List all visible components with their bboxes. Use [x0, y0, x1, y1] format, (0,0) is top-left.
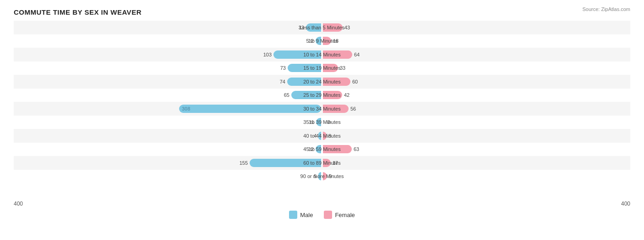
left-section: 12 [14, 143, 322, 156]
table-row: 440 to 44 Minutes8 [14, 129, 630, 143]
table-row: 15560 to 89 Minutes17 [14, 156, 630, 170]
right-section: 33 [322, 61, 630, 75]
axis-labels: 400 400 [14, 201, 630, 207]
male-bar [316, 118, 321, 126]
right-section: 9 [322, 170, 630, 184]
male-bar [288, 64, 321, 72]
male-value-inside: 308 [182, 106, 190, 112]
female-bar [323, 91, 342, 99]
female-bar [323, 37, 331, 45]
left-section: 308 [14, 102, 322, 116]
right-section: 43 [322, 21, 630, 34]
male-label: Male [300, 212, 313, 218]
female-value: 64 [354, 52, 367, 57]
male-bar [287, 78, 321, 86]
female-value: 56 [350, 106, 363, 112]
female-bar [323, 145, 352, 153]
table-row: 10310 to 14 Minutes64 [14, 48, 630, 61]
female-bar [323, 132, 327, 140]
female-bar [323, 78, 350, 86]
legend-female: Female [324, 211, 355, 219]
male-bar [316, 37, 321, 45]
male-value: 11 [301, 119, 314, 125]
right-section: 18 [322, 34, 630, 48]
female-value: 8 [328, 133, 341, 139]
male-bar [318, 132, 321, 140]
male-swatch [289, 211, 297, 219]
right-section: 56 [322, 102, 630, 116]
left-section: 33 [14, 21, 322, 34]
female-bar [323, 23, 343, 32]
right-section: 64 [322, 48, 630, 61]
male-bar [318, 172, 321, 180]
male-value: 5 [304, 173, 317, 179]
right-section: 42 [322, 89, 630, 102]
left-section: 73 [14, 61, 322, 75]
left-section: 12 [14, 34, 322, 48]
female-value: 0 [327, 119, 340, 125]
male-bar [273, 50, 321, 59]
table-row: 1245 to 59 Minutes63 [14, 143, 630, 156]
male-bar [250, 159, 321, 167]
male-value: 65 [277, 92, 289, 98]
male-value: 103 [259, 52, 272, 57]
left-section: 103 [14, 48, 322, 61]
legend-male: Male [289, 211, 313, 219]
chart-title: COMMUTE TIME BY SEX IN WEAVER [14, 8, 630, 16]
left-section: 155 [14, 156, 322, 170]
table-row: 7420 to 24 Minutes60 [14, 75, 630, 89]
female-bar [323, 64, 338, 72]
left-section: 4 [14, 129, 322, 143]
table-row: 6525 to 29 Minutes42 [14, 89, 630, 102]
female-bar [323, 118, 326, 126]
table-row: 1135 to 39 Minutes0 [14, 116, 630, 129]
table-row: 30830 to 34 Minutes56 [14, 102, 630, 116]
chart-container: COMMUTE TIME BY SEX IN WEAVER Source: Zi… [0, 0, 644, 240]
male-value: 74 [273, 79, 285, 84]
male-bar [306, 23, 321, 32]
male-value: 73 [273, 65, 286, 71]
male-bar [291, 91, 321, 99]
right-section: 8 [322, 129, 630, 143]
left-section: 11 [14, 116, 322, 129]
female-value: 18 [333, 38, 346, 44]
axis-left: 400 [14, 201, 23, 207]
female-bar [323, 172, 327, 180]
female-value: 42 [344, 92, 357, 98]
right-section: 0 [322, 116, 630, 129]
female-value: 43 [344, 25, 357, 30]
female-label: Female [335, 212, 355, 218]
female-bar [323, 159, 331, 167]
male-bar: 308 [179, 105, 321, 113]
table-row: 125 to 9 Minutes18 [14, 34, 630, 48]
female-value: 17 [333, 160, 345, 166]
right-section: 17 [322, 156, 630, 170]
female-bar [323, 105, 349, 113]
male-bar [316, 145, 321, 153]
male-value: 4 [304, 133, 317, 139]
table-row: 590 or more Minutes9 [14, 170, 630, 184]
male-value: 155 [235, 160, 248, 166]
female-value: 60 [352, 79, 365, 84]
male-value: 33 [291, 25, 304, 30]
left-section: 5 [14, 170, 322, 184]
legend: Male Female [14, 211, 630, 219]
table-row: 7315 to 19 Minutes33 [14, 61, 630, 75]
female-swatch [324, 211, 332, 219]
female-bar [323, 50, 352, 59]
male-value: 12 [301, 38, 314, 44]
right-section: 60 [322, 75, 630, 89]
table-row: 33Less than 5 Minutes43 [14, 21, 630, 34]
female-value: 63 [354, 146, 366, 152]
female-value: 9 [329, 173, 342, 179]
source-text: Source: ZipAtlas.com [582, 6, 630, 12]
axis-right: 400 [621, 201, 630, 207]
left-section: 65 [14, 89, 322, 102]
bars-area: 33Less than 5 Minutes43125 to 9 Minutes1… [14, 21, 630, 200]
left-section: 74 [14, 75, 322, 89]
male-value: 12 [301, 146, 314, 152]
right-section: 63 [322, 143, 630, 156]
female-value: 33 [340, 65, 353, 71]
